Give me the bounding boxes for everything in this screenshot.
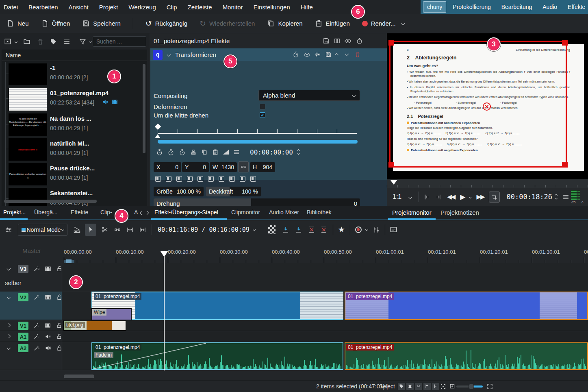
align-bottom-icon[interactable] [208,176,214,182]
favorite-effects-icon[interactable]: ★ [338,225,345,234]
clip-v2-potenzregel-2[interactable]: 01_potenzregel.mp4 [345,292,588,320]
timeline-scrollbar[interactable] [64,375,94,378]
copy-button[interactable]: Kopieren [267,20,302,27]
v1-track-badge[interactable]: V1 [18,322,28,330]
zone-in-icon[interactable] [423,194,430,200]
align-left-icon[interactable] [155,176,161,182]
monitor-seek-ruler[interactable] [387,179,588,188]
v1-expand-icon[interactable] [7,323,11,327]
v3-effects-icon[interactable] [33,266,40,272]
workspace-tab-bearbeitung[interactable]: Bearbeitung [497,1,536,13]
timeline-timecode[interactable]: 00:01:16:09 / 00:16:00:09 [158,226,250,233]
monitor-zoom-chevron-icon[interactable] [408,195,412,199]
v3-lock-icon[interactable] [56,266,63,272]
bin-horizontal-scrollbar[interactable] [2,199,147,204]
video-stream-icon[interactable] [112,99,118,105]
opacity-param[interactable]: Deckkraft100 % [206,187,261,196]
tab-effekte[interactable]: Effekte [70,206,89,219]
stamp-keyframe-icon[interactable] [190,149,197,155]
v2-lock-icon[interactable] [56,294,63,301]
a1-lock-icon[interactable] [56,333,62,340]
monitor-tc-up-icon[interactable] [555,194,558,197]
bin-item[interactable]: Pause drücken und selber versuchen :) Pa… [2,162,143,187]
fit-to-height-icon[interactable] [229,176,235,182]
paste-button[interactable]: Einfügen [315,20,350,27]
audio-stream-icon[interactable] [102,99,108,105]
delete-clip-icon[interactable] [37,38,44,45]
effect-save-icon[interactable] [325,51,332,58]
bin-item[interactable]: Na dann los mit den Musterbeispielen....… [2,113,143,137]
keyframe-zoombar[interactable] [158,140,358,144]
tab-audio-mixer[interactable]: Audio Mixer [268,206,300,219]
fit-to-width-icon[interactable] [219,176,224,182]
save-button[interactable]: Speichern [82,20,121,27]
mix-clips-icon[interactable] [282,226,289,233]
bin-menu-icon[interactable] [63,38,70,45]
transform-center-handle[interactable]: ✕ [483,102,491,111]
menu-monitor[interactable]: Monitor [223,1,243,13]
keyframe-options-icon[interactable] [233,149,240,155]
insert-zone-icon[interactable] [126,226,134,233]
zoom-out-icon[interactable] [449,383,455,389]
v3-track-badge[interactable]: V3 [18,265,28,273]
tab-clipmonitor[interactable]: Clipmonitor [230,206,261,219]
v1-thumbnails-icon[interactable] [45,322,51,329]
v2-collapse-icon[interactable] [7,295,11,299]
show-audio-thumbs-button[interactable] [414,382,423,390]
compositing-select[interactable]: Alpha blend [258,90,360,101]
show-video-thumbs-button[interactable] [406,382,414,390]
delete-zone-icon[interactable] [320,226,328,233]
a1-mute-icon[interactable] [45,333,51,340]
previous-keyframe-icon[interactable] [156,149,163,156]
tab-bibliothek[interactable]: Bibliothek [306,206,332,219]
effect-enable-eye-icon[interactable] [304,51,310,58]
tab-scroll-right-icon[interactable] [145,211,149,215]
original-size-icon[interactable] [250,176,256,182]
select-tool-button[interactable] [85,224,96,236]
ripple-tool-icon[interactable] [139,226,146,233]
v2-effects-icon[interactable] [33,294,40,301]
workspace-tab-chuny[interactable]: chuny [423,1,446,13]
zoom-fit-timeline-icon[interactable] [487,383,493,390]
add-keyframe-icon[interactable] [167,149,174,156]
keyframe-playhead-icon[interactable] [155,134,161,138]
transform-overlay-frame[interactable] [389,41,567,168]
monitor-playhead-icon[interactable] [390,180,397,185]
tab-effektstapel[interactable]: Effekt-/Übergangs-Stapel [154,206,219,219]
effect-move-down-icon[interactable] [345,52,349,56]
play-icon[interactable]: ▶ [460,193,465,201]
effect-timer-icon[interactable] [356,37,363,44]
menu-zeitleiste[interactable]: Zeitleiste [188,1,212,13]
monitor-menu-icon[interactable] [562,194,569,200]
keyframe-timecode[interactable]: 00:00:00:00 [250,148,293,156]
align-center-h-icon[interactable] [166,176,171,182]
v3-collapse-icon[interactable] [7,267,11,271]
bin-column-header[interactable]: Name [2,50,147,61]
spacer-tool-icon[interactable] [114,226,121,233]
next-keyframe-icon[interactable] [179,149,186,156]
create-folder-icon[interactable] [23,38,30,45]
align-center-v-icon[interactable] [197,176,203,182]
timeline-playhead-icon[interactable] [161,251,168,257]
tab-uebergaenge[interactable]: Übergä... [33,206,59,219]
forward-icon[interactable]: ▶▶ [476,193,484,200]
a1-effects-icon[interactable] [33,333,39,340]
a2-collapse-icon[interactable] [7,346,11,350]
v1-lock-icon[interactable] [56,322,62,329]
render-dropdown-chevron-icon[interactable] [401,22,405,26]
v3-thumbnails-icon[interactable] [45,266,51,272]
a1-track-badge[interactable]: A1 [18,333,28,341]
track-header-v1[interactable]: V1 [0,320,62,331]
transform-handle-tl[interactable] [388,40,394,46]
timeline-playhead-line[interactable] [164,257,165,370]
snap-button[interactable] [432,382,440,390]
copy-keyframes-icon[interactable] [201,149,208,155]
play-options-chevron-icon[interactable] [469,195,472,198]
effect-keyframe-timer-icon[interactable] [293,51,299,58]
menu-werkzeug[interactable]: Werkzeug [128,1,156,13]
show-markers-button[interactable] [397,382,406,390]
track-header-v2[interactable]: V2 [0,292,62,320]
transform-handle-bl[interactable] [388,162,394,168]
tab-projekt[interactable]: Projekt... [2,206,26,219]
tab-projektnotizen[interactable]: Projektnotizen [440,206,480,219]
